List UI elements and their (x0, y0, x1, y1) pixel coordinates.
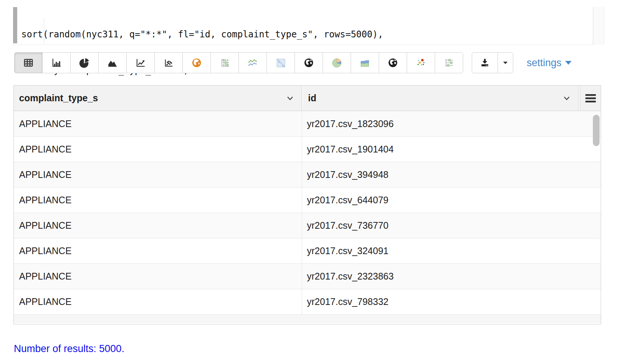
settings-toggle[interactable]: settings (527, 52, 572, 73)
dot-plot-icon (443, 57, 455, 68)
viz-bubble-matrix-button[interactable] (210, 52, 239, 73)
table-row: APPLIANCE yr2017.csv_798332 (14, 289, 601, 314)
globe-dark-2-icon (387, 57, 398, 68)
table-row: APPLIANCE yr2017.csv_736770 (14, 213, 601, 238)
table-icon (23, 57, 34, 68)
viz-map-orange-button[interactable] (182, 52, 211, 73)
viz-multi-line-button[interactable] (238, 52, 267, 73)
line-chart-icon (135, 57, 146, 68)
download-icon (479, 57, 490, 68)
cell-complaint-type: APPLIANCE (14, 111, 302, 136)
area-color-icon (359, 57, 370, 68)
cell-complaint-type: APPLIANCE (14, 289, 302, 314)
column-header-id[interactable]: id (303, 86, 579, 111)
code-line-1[interactable]: sort(random(nyc311, q="*:*", fl="id, com… (21, 28, 383, 40)
viz-area-chart-button[interactable] (98, 52, 127, 73)
table-menu-button[interactable] (580, 86, 601, 111)
download-button-group (472, 52, 513, 73)
settings-caret-icon (565, 61, 572, 65)
table-row: APPLIANCE yr2017.csv_644079 (14, 187, 601, 213)
viz-area-color-button[interactable] (351, 52, 379, 73)
results-table: complaint_type_s id APPLIANCE yr2017.csv… (13, 85, 601, 324)
cell-id: yr2017.csv_644079 (302, 195, 601, 206)
cell-complaint-type: APPLIANCE (14, 213, 302, 238)
viz-map-dark-button[interactable] (295, 52, 323, 73)
cell-id: yr2017.csv_1901404 (302, 144, 601, 155)
table-scrollbar-thumb[interactable] (593, 115, 600, 146)
column-header-label: id (308, 93, 316, 104)
table-row: APPLIANCE yr2017.csv_1823096 (14, 111, 601, 136)
chart-type-button-group (14, 52, 463, 73)
table-header-row: complaint_type_s id (14, 86, 601, 111)
cell-id: yr2017.csv_394948 (302, 169, 601, 180)
chevron-down-icon[interactable] (563, 94, 571, 102)
indent-guide (44, 19, 44, 43)
download-options-button[interactable] (498, 52, 513, 73)
table-row: APPLIANCE yr2017.csv_2323863 (14, 263, 601, 289)
editor-scrollbar[interactable] (593, 7, 604, 45)
globe-orange-icon (191, 57, 202, 68)
table-row: APPLIANCE yr2017.csv_394948 (14, 162, 601, 187)
column-header-complaint-type[interactable]: complaint_type_s (14, 86, 302, 111)
cell-id: yr2017.csv_736770 (302, 220, 601, 231)
globe-dark-icon (303, 57, 314, 68)
cell-complaint-type: APPLIANCE (14, 162, 302, 187)
viz-dot-plot-button[interactable] (435, 52, 463, 73)
viz-bar-chart-button[interactable] (42, 52, 71, 73)
scatter-color-icon (415, 57, 427, 68)
area-chart-icon (107, 57, 118, 68)
cell-id: yr2017.csv_798332 (302, 296, 601, 307)
bar-chart-icon (51, 57, 62, 68)
cell-id: yr2017.csv_2323863 (302, 271, 601, 282)
bubble-matrix-icon (219, 57, 230, 68)
viz-pie-chart-button[interactable] (70, 52, 99, 73)
column-header-label: complaint_type_s (19, 93, 98, 104)
visualization-toolbar: settings (14, 52, 572, 73)
viz-scatter-plot-button[interactable] (154, 52, 183, 73)
editor-gutter-bar (13, 7, 17, 43)
cell-id: yr2017.csv_1823096 (302, 118, 601, 129)
heatmap-icon (275, 57, 286, 68)
results-count-text: Number of results: 5000. (14, 343, 124, 355)
cell-complaint-type: APPLIANCE (14, 238, 302, 263)
table-row: APPLIANCE yr2017.csv_1901404 (14, 136, 601, 162)
partial-next-row (14, 314, 601, 323)
viz-pie-color-button[interactable] (323, 52, 351, 73)
multi-line-chart-icon (247, 57, 258, 68)
cell-complaint-type: APPLIANCE (14, 137, 302, 162)
viz-table-button[interactable] (14, 52, 43, 73)
pie-color-icon (331, 57, 342, 68)
cell-complaint-type: APPLIANCE (14, 188, 302, 213)
download-button[interactable] (472, 52, 498, 73)
caret-down-icon (502, 59, 509, 67)
viz-line-chart-button[interactable] (126, 52, 155, 73)
viz-heatmap-button[interactable] (267, 52, 295, 73)
cell-id: yr2017.csv_324091 (302, 246, 601, 256)
pie-chart-icon (79, 57, 90, 68)
cell-complaint-type: APPLIANCE (14, 264, 302, 289)
viz-scatter-color-button[interactable] (407, 52, 435, 73)
settings-label: settings (527, 57, 561, 69)
hamburger-menu-icon (585, 94, 596, 102)
table-body: APPLIANCE yr2017.csv_1823096 APPLIANCE y… (14, 111, 601, 323)
viz-map-dark-2-button[interactable] (379, 52, 407, 73)
chevron-down-icon[interactable] (286, 94, 294, 102)
scatter-plot-icon (163, 57, 174, 68)
table-row: APPLIANCE yr2017.csv_324091 (14, 238, 601, 263)
code-editor[interactable]: sort(random(nyc311, q="*:*", fl="id, com… (12, 2, 604, 45)
